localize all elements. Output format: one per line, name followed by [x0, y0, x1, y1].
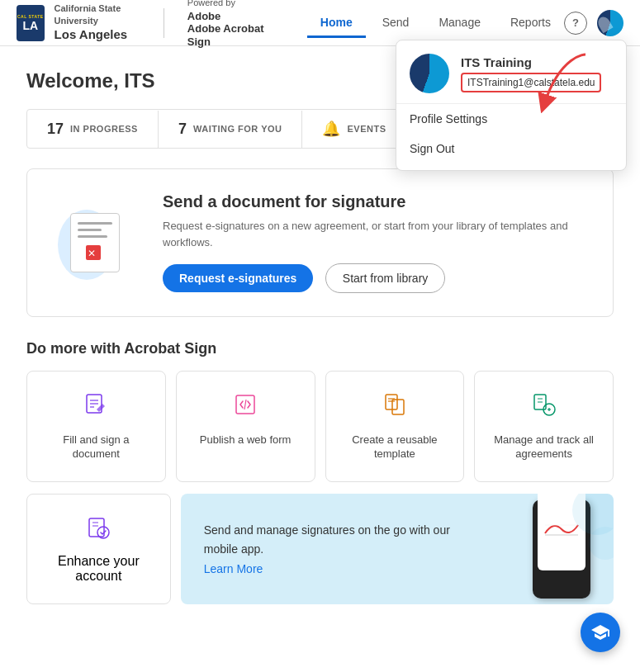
web-form-icon	[232, 391, 258, 424]
promo-decoration	[548, 494, 614, 560]
header-divider	[164, 8, 164, 38]
logo-section: CAL STATE LA California State University…	[17, 0, 266, 49]
request-esignatures-button[interactable]: Request e-signatures	[163, 264, 313, 292]
manage-label: Manage and track all agreements	[488, 433, 600, 461]
doc-sign-badge: ✕	[86, 245, 101, 260]
svg-rect-9	[392, 400, 404, 414]
bottom-row: Enhance your account Send and manage sig…	[26, 494, 614, 604]
events-stat: 🔔 EVENTS	[302, 110, 405, 148]
do-more-title: Do more with Acrobat Sign	[26, 340, 614, 357]
nav-reports[interactable]: Reports	[497, 9, 564, 38]
avatar[interactable]	[597, 10, 623, 36]
template-card[interactable]: Create a reusable template	[325, 371, 465, 482]
red-arrow	[528, 46, 594, 121]
send-card-text: Send a document for signature Request e-…	[163, 192, 586, 293]
promo-description: Send and manage signatures on the go wit…	[204, 521, 475, 558]
dropdown-avatar	[410, 54, 449, 93]
header-right: ?	[564, 10, 623, 36]
doc-paper: ✕	[70, 213, 120, 272]
waiting-stat: 7 WAITING FOR YOU	[159, 111, 303, 148]
web-form-label: Publish a web form	[200, 433, 292, 447]
graduation-cap-icon	[590, 622, 610, 642]
main-nav: Home Send Manage Reports	[307, 9, 564, 37]
web-form-card[interactable]: Publish a web form	[176, 371, 315, 482]
doc-line-3	[78, 235, 107, 238]
university-name: California State University Los Angeles	[55, 2, 140, 42]
send-document-card: ✕ Send a document for signature Request …	[26, 168, 614, 317]
promo-text: Send and manage signatures on the go wit…	[204, 521, 475, 576]
enhance-icon	[85, 514, 111, 544]
nav-manage[interactable]: Manage	[425, 9, 494, 38]
manage-card[interactable]: Manage and track all agreements	[474, 371, 614, 482]
send-card-desc: Request e-signatures on a new agreement,…	[163, 218, 586, 250]
help-button[interactable]: ?	[564, 12, 587, 35]
floating-help-button[interactable]	[581, 613, 620, 652]
bell-icon: 🔔	[322, 120, 340, 138]
waiting-label: WAITING FOR YOU	[193, 124, 282, 134]
university-logo: CAL STATE LA	[17, 5, 45, 41]
manage-icon	[531, 391, 557, 424]
fill-sign-card[interactable]: Fill and sign a document	[26, 371, 166, 482]
waiting-count: 7	[178, 121, 187, 138]
document-illustration: ✕	[54, 201, 136, 284]
start-from-library-button[interactable]: Start from library	[325, 263, 445, 293]
template-icon	[382, 391, 408, 424]
in-progress-stat: 17 IN PROGRESS	[27, 111, 159, 148]
doc-line-1	[78, 222, 112, 225]
feature-cards-grid: Fill and sign a document Publish a web f…	[26, 371, 614, 482]
sign-out-menu-item[interactable]: Sign Out	[396, 134, 626, 163]
nav-send[interactable]: Send	[369, 9, 423, 38]
fill-sign-icon	[83, 391, 109, 424]
svg-line-7	[244, 400, 246, 409]
svg-rect-8	[386, 395, 397, 409]
learn-more-link[interactable]: Learn More	[204, 562, 263, 575]
send-card-title: Send a document for signature	[163, 192, 586, 211]
do-more-section: Do more with Acrobat Sign Fill and sign …	[26, 340, 614, 604]
in-progress-label: IN PROGRESS	[70, 124, 138, 134]
enhance-label: Enhance your account	[40, 554, 157, 584]
mobile-promo-card: Send and manage signatures on the go wit…	[181, 494, 614, 604]
enhance-card[interactable]: Enhance your account	[26, 494, 171, 604]
fill-sign-label: Fill and sign a document	[40, 433, 152, 461]
events-label: EVENTS	[347, 124, 386, 134]
in-progress-count: 17	[47, 121, 64, 138]
svg-text:✕: ✕	[88, 248, 96, 259]
powered-by: Powered by Adobe Adobe Acrobat Sign	[187, 0, 266, 49]
template-label: Create a reusable template	[339, 433, 451, 461]
nav-home[interactable]: Home	[307, 9, 366, 38]
doc-line-2	[78, 229, 102, 231]
